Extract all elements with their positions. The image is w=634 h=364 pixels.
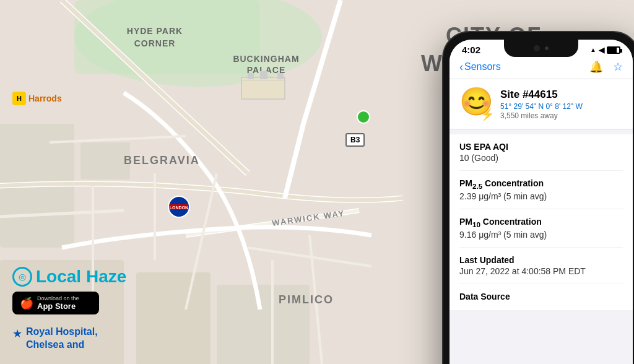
status-icons: ▲ ◀ bbox=[590, 46, 620, 54]
logo-name: Local Haze bbox=[36, 267, 126, 287]
site-name: Site #44615 bbox=[500, 89, 583, 101]
harrods-marker: H Harrods bbox=[12, 92, 62, 105]
svg-text:BELGRAVIA: BELGRAVIA bbox=[124, 154, 200, 167]
aqi-value: 10 (Good) bbox=[459, 153, 623, 163]
data-source-row: Data Source bbox=[459, 284, 623, 310]
underground-marker: LONDON bbox=[167, 195, 191, 221]
nav-actions: 🔔 ☆ bbox=[589, 60, 623, 74]
bell-icon[interactable]: 🔔 bbox=[589, 60, 603, 74]
svg-text:PIMLICO: PIMLICO bbox=[279, 293, 334, 306]
svg-rect-6 bbox=[136, 272, 211, 364]
aqi-label: US EPA AQI bbox=[459, 142, 623, 152]
app-logo: ◎ Local Haze 🍎 Download on the App Store bbox=[12, 267, 126, 314]
last-updated-row: Last Updated Jun 27, 2022 at 4:00:58 PM … bbox=[459, 248, 623, 284]
app-store-badge[interactable]: 🍎 Download on the App Store bbox=[12, 292, 99, 314]
signal-icon: ▲ bbox=[590, 46, 596, 53]
svg-rect-4 bbox=[80, 142, 130, 180]
phone-mockup: 4:02 ▲ ◀ ‹ Sensors 🔔 ☆ bbox=[411, 0, 634, 364]
royal-hospital-text: Royal Hospital, Chelsea and bbox=[26, 326, 98, 352]
status-time: 4:02 bbox=[462, 45, 480, 55]
pm10-row: PM10 Concentration 9.16 μg/m³ (5 min avg… bbox=[459, 209, 623, 248]
road-sign: B3 bbox=[345, 133, 365, 147]
last-updated-value: Jun 27, 2022 at 4:00:58 PM EDT bbox=[459, 266, 623, 276]
pm25-value: 2.39 μg/m³ (5 min avg) bbox=[459, 191, 623, 201]
battery-icon bbox=[607, 46, 620, 54]
last-updated-label: Last Updated bbox=[459, 255, 623, 265]
site-info: Site #44615 51° 29' 54" N 0° 8' 12" W 3,… bbox=[500, 89, 583, 120]
data-section: US EPA AQI 10 (Good) PM2.5 Concentration… bbox=[449, 134, 633, 310]
logo-text: ◎ Local Haze bbox=[12, 267, 126, 287]
aqi-row: US EPA AQI 10 (Good) bbox=[459, 134, 623, 171]
svg-text:LONDON: LONDON bbox=[170, 206, 188, 210]
svg-rect-30 bbox=[277, 73, 284, 79]
phone-outer: 4:02 ▲ ◀ ‹ Sensors 🔔 ☆ bbox=[442, 31, 634, 364]
lightning-badge: ⚡ bbox=[480, 108, 494, 121]
star-bookmark-icon[interactable]: ☆ bbox=[613, 60, 623, 74]
pm10-value: 9.16 μg/m³ (5 min avg) bbox=[459, 230, 623, 240]
harrods-label: Harrods bbox=[28, 93, 62, 103]
svg-text:BUCKINGHAM: BUCKINGHAM bbox=[233, 54, 299, 64]
navigation-bar: ‹ Sensors 🔔 ☆ bbox=[449, 58, 633, 79]
star-icon: ★ bbox=[12, 327, 22, 340]
site-header: 😊 ⚡ Site #44615 51° 29' 54" N 0° 8' 12" … bbox=[449, 79, 633, 129]
logo-icon: ◎ bbox=[12, 267, 32, 287]
harrods-icon: H bbox=[12, 92, 26, 105]
back-chevron-icon: ‹ bbox=[459, 61, 463, 74]
site-distance: 3,550 miles away bbox=[500, 111, 583, 120]
content-area: 😊 ⚡ Site #44615 51° 29' 54" N 0° 8' 12" … bbox=[449, 79, 633, 364]
data-source-label: Data Source bbox=[459, 292, 623, 301]
phone-screen: 4:02 ▲ ◀ ‹ Sensors 🔔 ☆ bbox=[449, 40, 633, 364]
pm10-label: PM10 Concentration bbox=[459, 217, 623, 228]
apple-icon: 🍎 bbox=[20, 297, 33, 310]
svg-rect-28 bbox=[248, 73, 254, 79]
royal-hospital-label: ★ Royal Hospital, Chelsea and bbox=[12, 326, 98, 352]
back-button[interactable]: ‹ Sensors bbox=[459, 61, 501, 74]
site-coords: 51° 29' 54" N 0° 8' 12" W bbox=[500, 102, 583, 111]
wifi-icon: ◀ bbox=[599, 46, 604, 54]
badge-text: Download on the App Store bbox=[37, 295, 79, 311]
svg-text:HYDE PARK: HYDE PARK bbox=[127, 26, 183, 36]
pm25-row: PM2.5 Concentration 2.39 μg/m³ (5 min av… bbox=[459, 171, 623, 209]
svg-rect-29 bbox=[260, 71, 267, 79]
pm25-label: PM2.5 Concentration bbox=[459, 178, 623, 190]
back-label: Sensors bbox=[464, 61, 501, 72]
svg-text:CORNER: CORNER bbox=[134, 38, 176, 48]
sensor-location-dot[interactable] bbox=[357, 110, 370, 124]
site-emoji: 😊 ⚡ bbox=[459, 88, 492, 120]
